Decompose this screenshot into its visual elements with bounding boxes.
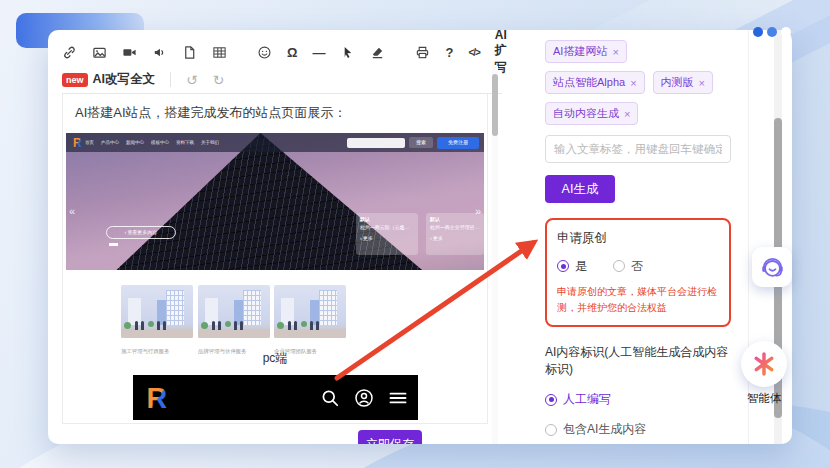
preview-search-box [347,138,405,148]
radio-human-written[interactable]: 人工编写 [545,391,731,408]
link-icon[interactable] [62,44,77,60]
preview-nav-item: 资料下载 [176,139,194,146]
tag-close-icon[interactable]: × [612,46,618,58]
original-claim-title: 申请原创 [557,230,719,247]
preview-nav-item: 关于我们 [201,139,219,146]
editor-toolbar: Ω — ? </> AI扩写 [62,38,502,66]
radio-icon [545,424,557,436]
file-icon[interactable] [182,44,197,60]
carousel-prev-icon: « [69,205,75,217]
original-claim-annotation-box: 申请原创 是 否 申请原创的文章，媒体平台会进行检测，并维护您的合法权益 [545,218,731,327]
preview-search-button: 搜索 [409,137,433,148]
preview-nav-bar: R 首页 产品中心 新闻中心 模板中心 资料下载 关于我们 搜索 免费注册 [66,133,484,152]
preview-nav-item: 模板中心 [151,139,169,146]
radio-no[interactable]: 否 [613,258,643,275]
cursor-icon[interactable] [340,44,355,60]
horizontal-rule-icon[interactable]: — [312,44,325,60]
preview-nav-item: 产品中心 [101,139,119,146]
editor-toolbar-row2: new AI改写全文 ↺ ↻ [62,66,502,94]
thumbnail-image [274,285,346,338]
preview-nav-menu: 首页 产品中心 新闻中心 模板中心 资料下载 关于我们 [85,139,170,146]
carousel-indicator [109,243,118,246]
save-now-button[interactable]: 立即保存 [358,430,422,444]
radio-contains-ai[interactable]: 包含AI生成内容 [545,421,731,438]
emoji-icon[interactable] [257,44,272,60]
preview-more-button: › 查看更多内容 [106,226,176,239]
original-claim-note: 申请原创的文章，媒体平台会进行检测，并维护您的合法权益 [557,284,719,315]
preview-card: 默认 杭州一商企业管理咨… › 更多 [426,213,484,255]
headset-icon [759,254,786,281]
tag-input[interactable] [545,135,731,163]
site-preview-mobile-bar: R [133,375,418,420]
site-preview-pc-image: R 首页 产品中心 新闻中心 模板中心 资料下载 关于我们 搜索 免费注册 « … [66,133,484,270]
user-icon [354,388,374,408]
tag-chip[interactable]: 内测版× [653,71,713,94]
table-icon[interactable] [212,44,227,60]
code-icon[interactable]: </> [468,44,479,60]
undo-icon[interactable]: ↺ [186,72,198,88]
menu-icon [388,388,408,408]
ai-mark-title: AI内容标识(人工智能生成合成内容标识) [545,344,731,378]
tag-close-icon[interactable]: × [630,77,636,89]
tag-chip[interactable]: 站点智能Alpha× [545,71,645,94]
editor-content-area[interactable]: AI搭建AI站点，搭建完成发布的站点页面展示： R 首页 产品中心 新闻中心 模… [62,94,488,424]
new-badge: new [62,73,88,87]
tag-close-icon[interactable]: × [699,77,705,89]
ai-generate-button[interactable]: AI生成 [545,175,615,203]
ai-rewrite-button[interactable]: new AI改写全文 [62,71,155,88]
starburst-icon [750,350,778,378]
search-icon [320,388,340,408]
preview-nav-item: 首页 [85,139,94,146]
svg-text:R: R [73,136,82,150]
decor-dots [753,27,791,37]
mobile-logo: R [143,382,175,414]
print-icon[interactable] [415,44,430,60]
preview-register-button: 免费注册 [437,137,479,149]
tag-close-icon[interactable]: × [624,108,630,120]
customer-service-button[interactable] [752,247,792,287]
app-window: Ω — ? </> AI扩写 new AI改写全文 ↺ ↻ AI搭建AI站点，搭… [48,30,792,444]
radio-selected-icon [557,260,569,272]
agent-label: 智能体 [736,391,792,406]
omega-icon[interactable]: Ω [287,44,297,60]
eraser-icon[interactable] [370,44,385,60]
redo-icon[interactable]: ↻ [213,72,225,88]
audio-icon[interactable] [152,44,167,60]
settings-panel: AI搭建网站× 站点智能Alpha× 内测版× 自动内容生成× AI生成 申请原… [545,40,731,444]
preview-card: 默认 杭州一商云际（云趣… › 更多 [356,213,418,255]
agent-button[interactable] [741,341,787,387]
radio-icon [613,260,625,272]
image-icon[interactable] [92,44,107,60]
toolbar-separator [170,72,171,87]
video-icon[interactable] [122,44,137,60]
thumbnail-image [198,285,270,338]
tag-chip[interactable]: AI搭建网站× [545,40,627,63]
thumbnail-image [121,285,193,338]
editor-scrollbar-thumb[interactable] [492,74,498,136]
tag-chip[interactable]: 自动内容生成× [545,102,638,125]
document-paragraph: AI搭建AI站点，搭建完成发布的站点页面展示： [75,104,347,122]
hero-building-graphic [66,133,484,270]
help-icon[interactable]: ? [445,44,453,60]
preview-logo: R [71,136,85,150]
tag-list: AI搭建网站× 站点智能Alpha× 内测版× 自动内容生成× [545,40,731,125]
radio-yes[interactable]: 是 [557,258,587,275]
radio-selected-icon [545,394,557,406]
preview-nav-item: 新闻中心 [126,139,144,146]
svg-text:R: R [146,382,167,414]
pc-label: pc端 [63,350,487,367]
